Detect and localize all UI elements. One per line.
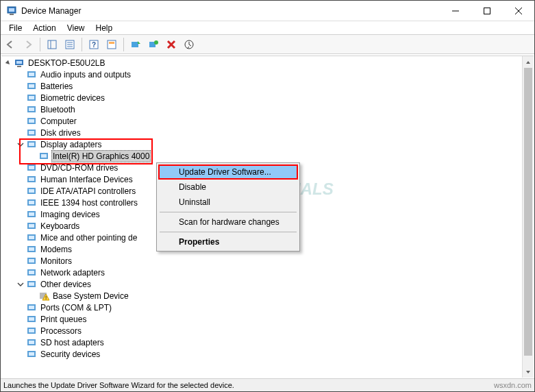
svg-text:!: ! [45, 295, 47, 301]
status-right: wsxdn.com [494, 381, 532, 389]
tree-item[interactable]: Batteries [16, 81, 522, 92]
svg-point-19 [154, 40, 158, 45]
update-driver-button[interactable] [127, 36, 144, 53]
chevron-down-icon[interactable] [4, 59, 12, 67]
tree-item[interactable]: !Base System Device [29, 291, 522, 302]
device-icon [26, 209, 37, 220]
minimize-button[interactable] [440, 1, 471, 21]
svg-rect-51 [29, 212, 34, 216]
svg-rect-63 [29, 282, 34, 286]
svg-rect-16 [109, 42, 114, 44]
help-button[interactable]: ? [86, 36, 102, 53]
tree-item[interactable]: Network adapters [16, 267, 522, 278]
scan-hardware-button[interactable] [145, 36, 162, 53]
svg-rect-53 [29, 224, 34, 228]
scroll-down-arrow[interactable] [523, 366, 534, 378]
properties-button[interactable] [62, 36, 78, 53]
tree-item[interactable]: Monitors [16, 256, 522, 267]
device-tree[interactable]: APPUALS DESKTOP-E50U2LB Audio inputs and… [1, 56, 522, 378]
device-icon [26, 221, 37, 232]
svg-rect-31 [29, 96, 34, 99]
tree-item-label: Mice and other pointing de [39, 232, 138, 243]
close-button[interactable] [503, 1, 534, 21]
maximize-button[interactable] [471, 1, 503, 21]
svg-rect-57 [29, 247, 34, 251]
svg-rect-27 [29, 73, 34, 76]
menu-file[interactable]: File [3, 22, 27, 34]
tree-item[interactable]: Security devices [16, 349, 522, 360]
device-icon [26, 302, 37, 313]
app-icon [6, 5, 17, 16]
tree-item[interactable]: Ports (COM & LPT) [16, 302, 522, 313]
tree-item-label: Monitors [39, 256, 73, 267]
tree-item[interactable]: Biometric devices [16, 93, 522, 103]
svg-rect-35 [29, 119, 34, 123]
device-icon [26, 244, 37, 255]
uninstall-button[interactable] [163, 36, 179, 53]
show-hide-tree-button[interactable] [44, 36, 60, 53]
context-menu: Update Driver Software...DisableUninstal… [156, 162, 300, 252]
svg-rect-67 [29, 306, 34, 309]
chevron-down-icon[interactable] [16, 280, 25, 289]
menu-action[interactable]: Action [27, 22, 61, 34]
context-menu-item[interactable]: Uninstall [158, 195, 298, 210]
disable-button[interactable] [181, 36, 197, 53]
context-menu-item[interactable]: Scan for hardware changes [158, 215, 298, 230]
scroll-thumb[interactable] [524, 68, 532, 356]
device-warning-icon: ! [38, 291, 49, 302]
tree-item-label: Processors [39, 326, 83, 336]
svg-rect-69 [29, 317, 34, 321]
tree-item[interactable]: Print queues [16, 314, 522, 325]
context-menu-item[interactable]: Disable [158, 180, 298, 195]
device-icon [26, 93, 37, 103]
svg-rect-33 [29, 108, 34, 111]
svg-rect-4 [484, 8, 490, 14]
tree-item[interactable]: Processors [16, 326, 522, 336]
tree-item-label: Modems [39, 244, 73, 255]
svg-rect-43 [29, 166, 34, 169]
tree-item[interactable]: Audio inputs and outputs [16, 69, 522, 80]
svg-rect-55 [29, 236, 34, 239]
tree-item-label: Ports (COM & LPT) [39, 302, 113, 313]
context-menu-item[interactable]: Update Driver Software... [158, 164, 298, 180]
svg-rect-61 [29, 271, 34, 274]
svg-rect-1 [9, 8, 14, 12]
device-icon [26, 69, 37, 80]
back-button[interactable] [2, 36, 18, 53]
title-bar: Device Manager [1, 1, 534, 21]
device-icon [26, 116, 37, 127]
device-icon [26, 279, 37, 290]
tree-item-label: IEEE 1394 host controllers [39, 197, 139, 208]
action-button[interactable] [103, 36, 120, 53]
tree-item[interactable]: SD host adapters [16, 337, 522, 348]
tree-item[interactable]: Disk drives [16, 127, 522, 138]
device-icon [26, 232, 37, 243]
svg-rect-71 [29, 329, 34, 332]
vertical-scrollbar[interactable] [522, 56, 534, 378]
svg-rect-15 [108, 40, 116, 49]
tree-item-label: IDE ATA/ATAPI controllers [39, 186, 137, 197]
context-menu-item[interactable]: Properties [158, 234, 298, 249]
forward-button[interactable] [20, 36, 36, 53]
tree-item-label: SD host adapters [39, 337, 105, 348]
svg-rect-7 [48, 40, 56, 49]
tree-item[interactable]: Computer [16, 116, 522, 127]
tree-item[interactable]: Other devices [16, 279, 522, 290]
device-icon [26, 197, 37, 208]
status-bar: Launches the Update Driver Software Wiza… [1, 378, 534, 391]
device-icon [26, 337, 37, 348]
svg-rect-2 [10, 14, 14, 15]
tree-item[interactable]: Bluetooth [16, 104, 522, 115]
svg-rect-59 [29, 259, 34, 262]
menu-view[interactable]: View [62, 22, 90, 34]
tree-root[interactable]: DESKTOP-E50U2LB [4, 58, 522, 69]
scroll-up-arrow[interactable] [523, 56, 534, 68]
svg-text:?: ? [92, 41, 96, 49]
svg-rect-47 [29, 189, 34, 193]
svg-rect-24 [16, 61, 22, 64]
window-title: Device Manager [21, 6, 81, 16]
menu-help[interactable]: Help [90, 22, 119, 34]
tree-item-label: Biometric devices [39, 93, 106, 103]
tree-item-label: Security devices [39, 349, 101, 360]
device-icon [26, 349, 37, 360]
